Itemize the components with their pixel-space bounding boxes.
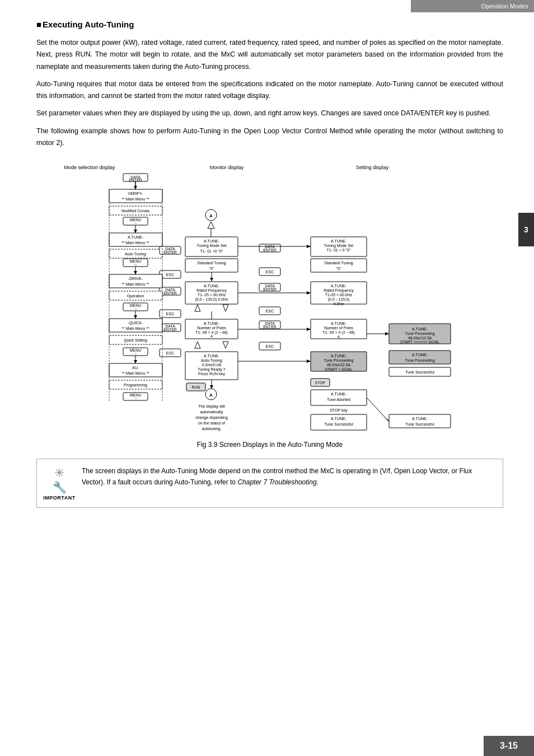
np-monitor-text1: A.TUNE- <box>204 321 220 325</box>
rfs-text5: 0.0Hz <box>334 302 344 306</box>
paragraph-1: Set the motor output power (kW), rated v… <box>36 37 503 73</box>
menu-arrow-2: → <box>134 263 138 267</box>
connect-rf-head <box>307 291 311 295</box>
connect-np-head <box>307 328 311 331</box>
stop-label: STOP <box>315 381 326 385</box>
tp-r1-text2: Tune Proceeding <box>405 332 434 336</box>
menu-arrow-5: → <box>134 396 138 400</box>
ta-text1: A.TUNE- <box>331 392 347 396</box>
arrow-menu3-head <box>134 315 137 319</box>
down-arrow-2 <box>223 305 228 311</box>
label-mode-selection: Mode selection display <box>64 165 115 170</box>
a-label-top: A <box>209 213 213 218</box>
au-text1: AU- <box>132 366 139 370</box>
main-content: Executing Auto-Tuning Set the motor outp… <box>36 20 503 508</box>
tms-s-text3: T1- 01 = 0 "0" <box>327 248 351 252</box>
paragraph-3: Set parameter values when they are displ… <box>36 108 503 119</box>
ts-r2-text2: Tune Successful <box>405 422 434 426</box>
ts-text2: Tune Successful <box>324 422 353 426</box>
enter-3-label: ENTER <box>163 291 177 295</box>
au-text2: ** Main Menu ** <box>121 371 149 375</box>
np-monitor-text4: 4 <box>210 334 213 338</box>
std-tuning-text1: Standard Tuning <box>197 261 226 265</box>
enter-7-label: ENTER <box>263 248 277 252</box>
header-bar: Operation Modes <box>411 0 534 12</box>
drive-text1: -DRIVE- <box>128 277 143 281</box>
label-setting-display: Setting display <box>356 165 389 170</box>
menu-arrow-4: → <box>134 352 138 356</box>
tps-text3: 48.0Hz/10.5A <box>327 363 351 367</box>
quick-text1: -QUICK- <box>128 321 144 325</box>
rfs-text1: A.TUNE- <box>331 284 347 288</box>
connect-ts-right-head <box>385 418 389 422</box>
important-label: IMPORTANT <box>43 495 75 501</box>
chapter-marker: 3 <box>518 213 534 246</box>
person-icon: 🔧 <box>53 480 67 494</box>
atr-text5: Press RUN key <box>198 372 225 376</box>
tp-r2-text1: A.TUNE- <box>412 353 428 357</box>
drive-text2: ** Main Menu ** <box>121 282 149 286</box>
connect-tms-head <box>307 245 311 248</box>
arrow-menu1-head <box>134 230 137 233</box>
atr-text3: 0.0Hz/0.0A <box>202 363 222 367</box>
rf-monitor-text1: A.TUNE- <box>204 284 220 288</box>
down-arrow-3 <box>223 342 228 348</box>
paragraph-2: Auto-Tuning requires that motor data be … <box>36 78 503 102</box>
a-label-bottom: A <box>209 393 213 398</box>
diagram-svg-wrap: Mode selection display Monitor display S… <box>36 161 503 437</box>
up-arrow-3 <box>195 342 200 348</box>
important-icon-area: ✳ 🔧 IMPORTANT <box>45 466 74 501</box>
section-title: Executing Auto-Tuning <box>36 20 503 29</box>
np-monitor-text2: Number of Poles <box>197 326 227 330</box>
connect-ts-right <box>367 398 389 422</box>
esc-label-6: ESC <box>266 270 274 274</box>
fig-caption: Fig 3.9 Screen Displays in the Auto-Tuni… <box>36 441 503 449</box>
std-tuning-text2: "0" <box>209 267 214 270</box>
rf-monitor-text3: T1- 05 = 60.0Hz <box>198 293 226 297</box>
esc-label-3: ESC <box>166 351 174 355</box>
arrow-menu4-head <box>134 360 137 363</box>
arrow-a-head <box>210 385 213 389</box>
diagram-svg: Mode selection display Monitor display S… <box>36 161 495 436</box>
enter-label-top: ENTER <box>129 178 142 182</box>
important-text: The screen displays in the Auto-Tuning M… <box>82 466 495 488</box>
rfs-text4: (0,0～120,0) <box>328 297 350 302</box>
atr-text4: Tuning Ready ? <box>198 367 225 372</box>
tms-monitor-text2: Tuning Mode Set <box>196 244 226 248</box>
run-label: RUN <box>191 385 200 389</box>
atr-text2: Auto-Tuning <box>201 358 222 363</box>
ts-r-text: Tune Successful <box>405 370 434 374</box>
auto-note-1: The display will <box>198 404 225 409</box>
menu-arrow-3: → <box>134 307 138 311</box>
tp-r1-text1: A.TUNE- <box>412 327 428 331</box>
tms-s-text1: A.TUNE- <box>331 239 347 243</box>
sts-text1: Standard Tuning <box>324 261 353 265</box>
arrow-std-head <box>210 278 213 281</box>
paragraph-4: The following example shows how to perfo… <box>36 125 503 150</box>
nps-text2: Number of Poles <box>324 326 354 330</box>
sun-icon: ✳ <box>54 466 64 480</box>
page-number: 3-15 <box>484 736 534 756</box>
programming-text: Programming <box>124 383 147 388</box>
label-monitor-display: Monitor display <box>210 165 244 170</box>
important-box: ✳ 🔧 IMPORTANT The screen displays in the… <box>36 459 503 508</box>
quick-setting-text: Quick Setting <box>124 338 147 343</box>
arrow-menu2-head <box>134 271 137 274</box>
auto-note-2: automatically <box>200 410 223 414</box>
ta-text2: Tune Aborted <box>327 398 350 402</box>
sts-text2: "0" <box>336 267 341 270</box>
enter-5-label: ENTER <box>263 287 277 291</box>
atune-main-text2: ** Main Menu ** <box>121 241 149 245</box>
connect-tp-head <box>307 360 311 363</box>
rfs-text3: T1-05 = 60.0Hz <box>325 293 353 297</box>
menu-arrow-1: → <box>134 221 138 225</box>
modified-consts-text: Modified Consts <box>121 209 150 213</box>
tps-text1: A.TUNE- <box>331 354 347 358</box>
enter-2-label: ENTER <box>163 250 177 254</box>
auto-note-5: autotuning. <box>202 427 222 431</box>
stop-key-label: STOP key <box>330 408 348 413</box>
important-text-content: The screen displays in the Auto-Tuning M… <box>82 467 472 486</box>
esc-label-1: ESC <box>166 273 174 277</box>
esc-label-4: ESC <box>266 309 274 313</box>
operation-text: Operation <box>127 294 144 298</box>
